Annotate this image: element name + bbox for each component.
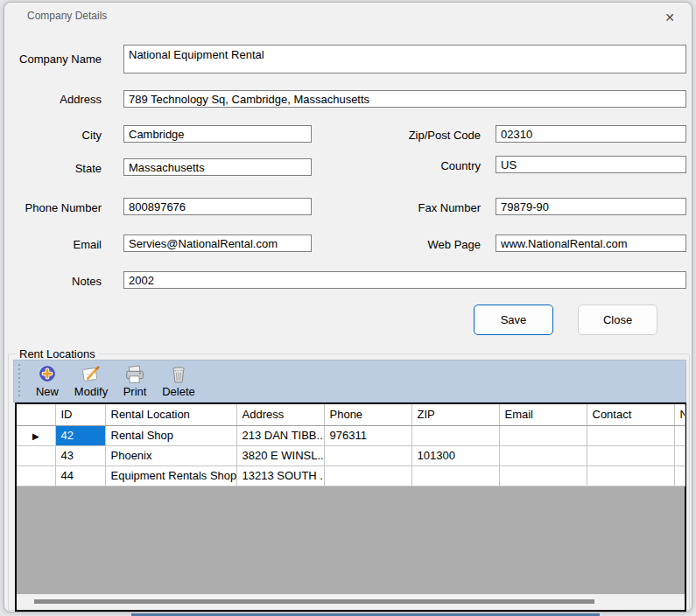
modify-button[interactable]: Modify bbox=[72, 360, 110, 398]
cell-email[interactable] bbox=[499, 466, 587, 486]
cell-notes[interactable] bbox=[674, 466, 685, 486]
rent-locations-label: Rent Locations bbox=[16, 347, 99, 360]
notes-label: Notes bbox=[4, 275, 102, 289]
title-bar[interactable]: Company Details ✕ bbox=[4, 3, 692, 31]
cell-contact[interactable] bbox=[587, 425, 674, 445]
close-icon[interactable]: ✕ bbox=[660, 8, 679, 27]
cell-phone[interactable]: 976311 bbox=[324, 425, 411, 445]
address-label: Address bbox=[4, 93, 102, 107]
grid-header-zip[interactable]: ZIP bbox=[411, 404, 499, 425]
cell-contact[interactable] bbox=[587, 445, 674, 466]
rent-locations-grid: ID Rental Location Address Phone ZIP Ema… bbox=[15, 402, 686, 612]
company-name-label: Company Name bbox=[4, 52, 102, 66]
delete-icon bbox=[167, 364, 190, 385]
delete-label: Delete bbox=[162, 385, 195, 398]
cell-rental-location[interactable]: Phoenix bbox=[105, 445, 236, 466]
rent-locations-toolbar: New Modify Pri bbox=[13, 360, 686, 402]
row-indicator-cell[interactable]: ▶ bbox=[17, 425, 55, 445]
cell-address[interactable]: 3820 E WINSL... bbox=[236, 445, 324, 466]
delete-button[interactable]: Delete bbox=[159, 360, 198, 398]
country-field[interactable] bbox=[496, 156, 686, 173]
grid-header-address[interactable]: Address bbox=[236, 404, 324, 425]
web-page-label: Web Page bbox=[267, 238, 481, 252]
address-field[interactable] bbox=[123, 90, 686, 108]
cell-id-selected[interactable]: 42 bbox=[55, 425, 105, 445]
horizontal-scrollbar[interactable] bbox=[17, 594, 685, 610]
save-button[interactable]: Save bbox=[474, 304, 553, 335]
modify-icon bbox=[80, 364, 102, 385]
grid-empty-area bbox=[17, 486, 685, 595]
grid-header-rental-location[interactable]: Rental Location bbox=[105, 404, 236, 425]
phone-label: Phone Number bbox=[4, 201, 102, 215]
cell-rental-location[interactable]: Rental Shop bbox=[105, 425, 236, 445]
toolbar-grip[interactable] bbox=[18, 364, 22, 398]
cell-email[interactable] bbox=[499, 425, 587, 445]
rent-locations-table: ID Rental Location Address Phone ZIP Ema… bbox=[17, 404, 685, 486]
country-label: Country bbox=[267, 159, 481, 173]
web-page-field[interactable] bbox=[496, 234, 686, 252]
zip-field[interactable] bbox=[496, 125, 686, 143]
row-indicator-cell[interactable] bbox=[17, 445, 55, 466]
grid-header-id[interactable]: ID bbox=[55, 404, 105, 425]
email-label: Email bbox=[4, 238, 102, 252]
cell-phone[interactable] bbox=[324, 445, 411, 466]
cell-id[interactable]: 44 bbox=[55, 466, 105, 486]
print-label: Print bbox=[123, 385, 147, 398]
zip-label: Zip/Post Code bbox=[267, 129, 481, 143]
table-row[interactable]: 43 Phoenix 3820 E WINSL... 101300 bbox=[17, 445, 685, 466]
cell-notes[interactable] bbox=[674, 425, 685, 445]
table-row[interactable]: ▶ 42 Rental Shop 213 DAN TIBB... 976311 bbox=[17, 425, 685, 445]
cell-zip[interactable] bbox=[411, 466, 499, 486]
notes-field[interactable] bbox=[123, 271, 686, 289]
fax-label: Fax Number bbox=[267, 201, 481, 215]
grid-header-phone[interactable]: Phone bbox=[324, 404, 411, 425]
grid-header-contact[interactable]: Contact bbox=[587, 404, 674, 425]
state-label: State bbox=[4, 162, 102, 176]
cell-phone[interactable] bbox=[324, 466, 411, 486]
modify-label: Modify bbox=[74, 385, 108, 398]
row-indicator-cell[interactable] bbox=[17, 466, 55, 486]
print-icon bbox=[123, 364, 146, 385]
cell-email[interactable] bbox=[499, 445, 587, 466]
new-button[interactable]: New bbox=[28, 360, 67, 398]
close-button[interactable]: Close bbox=[578, 304, 657, 335]
grid-header-rowselector bbox=[17, 404, 55, 425]
print-button[interactable]: Print bbox=[116, 360, 154, 398]
grid-header-row: ID Rental Location Address Phone ZIP Ema… bbox=[17, 404, 685, 425]
cell-notes[interactable] bbox=[674, 445, 685, 466]
dialog-title: Company Details bbox=[27, 10, 107, 22]
cell-id[interactable]: 43 bbox=[55, 445, 105, 466]
cell-zip[interactable]: 101300 bbox=[411, 445, 499, 466]
cell-contact[interactable] bbox=[587, 466, 674, 486]
horizontal-scrollbar-thumb[interactable] bbox=[34, 599, 594, 604]
table-row[interactable]: 44 Equipment Rentals Shop 13213 SOUTH ..… bbox=[17, 466, 685, 486]
grid-header-email[interactable]: Email bbox=[499, 404, 587, 425]
cell-zip[interactable] bbox=[411, 425, 499, 445]
company-details-dialog: Company Details ✕ Company Name National … bbox=[4, 2, 692, 612]
city-label: City bbox=[4, 129, 102, 143]
cell-rental-location[interactable]: Equipment Rentals Shop bbox=[105, 466, 236, 486]
current-row-arrow-icon: ▶ bbox=[32, 431, 39, 441]
cell-address[interactable]: 213 DAN TIBB... bbox=[236, 425, 324, 445]
company-name-field[interactable]: National Equipment Rental bbox=[123, 45, 686, 74]
new-label: New bbox=[36, 385, 59, 398]
cell-address[interactable]: 13213 SOUTH ... bbox=[236, 466, 324, 486]
fax-field[interactable] bbox=[496, 198, 686, 215]
new-icon bbox=[36, 364, 59, 385]
grid-header-notes-partial[interactable]: N bbox=[674, 404, 685, 425]
